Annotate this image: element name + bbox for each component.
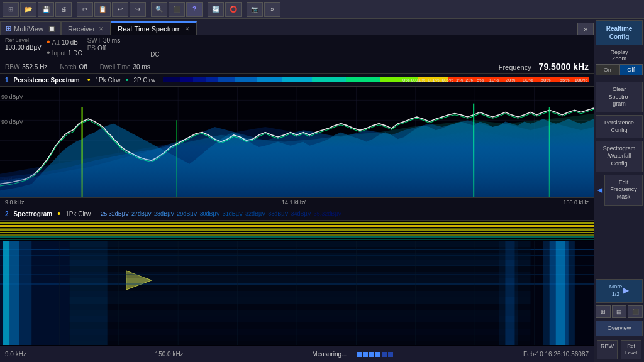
top-toolbar: ⊞ 📂 💾 🖨 ✂ 📋 ↩ ↪ 🔍 ⬛ ? 🔄 ⭕ 📷 » (0, 0, 644, 19)
square-btn[interactable]: ⬛ (169, 2, 185, 17)
input-label: Input (52, 50, 66, 57)
zoom-btn[interactable]: 🔍 (151, 2, 167, 17)
swt-value: 30 ms (103, 37, 120, 44)
svg-rect-66 (69, 316, 530, 322)
copy-btn[interactable]: 📋 (94, 2, 111, 17)
clear-spectrogram-btn[interactable]: Clear Spectro- gram (596, 82, 643, 112)
toggle-on-btn[interactable]: On (596, 64, 619, 75)
freq-center: 14.1 kHz/ (282, 199, 306, 206)
spectrum-area[interactable]: 90 dBµV 90 dBµV 10 dBµV (0, 87, 594, 197)
svg-rect-60 (69, 278, 530, 285)
legend-bar: 1 Persistence Spectrum • 1Pk Clrw • 2P C… (0, 74, 594, 87)
rbw-item: RBW 352.5 Hz (5, 63, 47, 70)
svg-rect-69 (69, 335, 530, 341)
svg-rect-80 (357, 352, 362, 357)
close-realtime-icon[interactable]: ✕ (185, 26, 190, 32)
refresh-btn[interactable]: 🔄 (208, 2, 224, 17)
record-btn[interactable]: ⭕ (225, 2, 242, 17)
legend-label2: 2P Clrw (133, 77, 155, 84)
svg-rect-31 (0, 232, 594, 233)
undo-btn[interactable]: ↩ (112, 2, 128, 17)
freq-bar-spectrum: 9.0 kHz 14.1 kHz/ 150.0 kHz (0, 197, 594, 207)
spectrogram-canvas[interactable] (0, 221, 594, 345)
svg-rect-54 (69, 241, 530, 247)
tab-bar: ⊞ MultiView 🔲 Receiver ✕ Real-Time Spect… (0, 19, 594, 35)
svg-rect-56 (69, 253, 530, 260)
ref-level-value: 103.00 dBµV (5, 44, 42, 51)
replay-zoom-label: Replay Zoom (594, 48, 644, 63)
status-bar: 9.0 kHz 150.0 kHz Measuring... Feb-10 16… (0, 346, 594, 362)
dc-value: DC (150, 51, 159, 58)
freq-end: 150.0 kHz (563, 199, 589, 206)
dwell-item: Dwell Time 30 ms (100, 63, 150, 70)
svg-rect-81 (363, 352, 368, 357)
att-dot: • (47, 37, 50, 47)
bottom-icon-btns: ⊞ ▤ ⬛ (596, 305, 643, 318)
folder-btn[interactable]: 📂 (20, 2, 36, 17)
more-btn[interactable]: More 1/2 ▶ (596, 279, 643, 302)
ref-level-group: Ref Level 103.00 dBµV (5, 37, 42, 58)
datetime-display: Feb-10 16:26:10.56087 (523, 351, 589, 358)
icon-btn3[interactable]: ⬛ (628, 305, 643, 318)
cut-btn[interactable]: ✂ (77, 2, 93, 17)
realtime-label: Real-Time Spectrum (118, 25, 180, 33)
svg-text:90 dBµV: 90 dBµV (1, 118, 24, 124)
status-freq-center: 150.0 kHz (155, 351, 184, 358)
spectrogram-dot: • (57, 209, 60, 219)
notch-item: Notch Off (60, 63, 87, 70)
edit-freq-mask-btn[interactable]: Edit Frequency Mask (604, 175, 643, 206)
svg-rect-30 (0, 229, 594, 231)
freq-mask-row: ◄ Edit Frequency Mask (596, 175, 643, 206)
left-arrow-icon[interactable]: ◄ (596, 185, 604, 195)
svg-rect-55 (69, 247, 530, 253)
print-btn[interactable]: 🖨 (55, 2, 72, 17)
svg-rect-58 (69, 266, 530, 272)
more-arrow-icon: ▶ (623, 286, 629, 296)
icon-btn1[interactable]: ⊞ (596, 305, 611, 318)
redo-btn[interactable]: ↪ (130, 2, 146, 17)
tab-multiview[interactable]: ⊞ MultiView 🔲 (0, 21, 61, 35)
more-toolbar-btn[interactable]: » (264, 2, 280, 17)
svg-rect-48 (3, 241, 9, 345)
main-layout: ⊞ MultiView 🔲 Receiver ✕ Real-Time Spect… (0, 19, 644, 362)
svg-rect-57 (69, 260, 530, 266)
tab-realtime[interactable]: Real-Time Spectrum ✕ (111, 21, 196, 35)
ref-level-btn[interactable]: Ref Level (621, 340, 641, 359)
panel-more-btn[interactable]: » (577, 23, 594, 35)
db-markers: 25.32dBµV 27dBµV 28dBµV 29dBµV 30dBµV 31… (101, 211, 341, 217)
help-btn[interactable]: ? (186, 2, 203, 17)
overview-btn[interactable]: Overview (596, 321, 643, 337)
legend-dot2: • (126, 75, 129, 85)
progress-dots-svg (357, 352, 394, 357)
tab-receiver[interactable]: Receiver ✕ (61, 21, 111, 35)
realtime-config-btn[interactable]: Realtime Config (596, 20, 643, 45)
notch-value: Off (79, 63, 87, 70)
pct-labels: 0% 0.01% 0.1% 0.5% 1% 2% 5% 10% 20% 30% … (402, 77, 587, 83)
replay-zoom-toggle: On Off (596, 64, 643, 75)
svg-rect-64 (69, 304, 530, 310)
spectrogram-config-btn[interactable]: Spectrogram /Waterfall Config (596, 141, 643, 172)
rbw-btn[interactable]: RBW (597, 340, 618, 359)
svg-rect-67 (69, 322, 530, 329)
svg-rect-70 (69, 341, 530, 345)
measuring-label: Measuring... (312, 351, 347, 358)
svg-rect-34 (0, 239, 594, 240)
icon-btn2[interactable]: ▤ (612, 305, 627, 318)
svg-rect-33 (0, 236, 594, 238)
save-btn[interactable]: 💾 (38, 2, 54, 17)
att-label: Att (52, 39, 60, 46)
section1-title: Persistence Spectrum (14, 77, 80, 84)
persistence-config-btn[interactable]: Persistence Config (596, 115, 643, 138)
freq-start: 9.0 kHz (5, 199, 25, 206)
notch-label: Notch (60, 63, 76, 70)
toggle-off-btn[interactable]: Off (619, 64, 643, 75)
svg-text:90 dBµV: 90 dBµV (1, 94, 24, 100)
ref-level-label: Ref Level (5, 37, 42, 43)
screenshot-btn[interactable]: 📷 (247, 2, 263, 17)
windows-btn[interactable]: ⊞ (3, 2, 19, 17)
status-freq-start: 9.0 kHz (5, 351, 26, 358)
close-receiver-icon[interactable]: ✕ (99, 26, 104, 32)
icon-row1: ⊞ ▤ ⬛ (596, 305, 643, 318)
bottom-two-btns: RBW Ref Level (596, 339, 643, 361)
svg-rect-68 (69, 329, 530, 335)
